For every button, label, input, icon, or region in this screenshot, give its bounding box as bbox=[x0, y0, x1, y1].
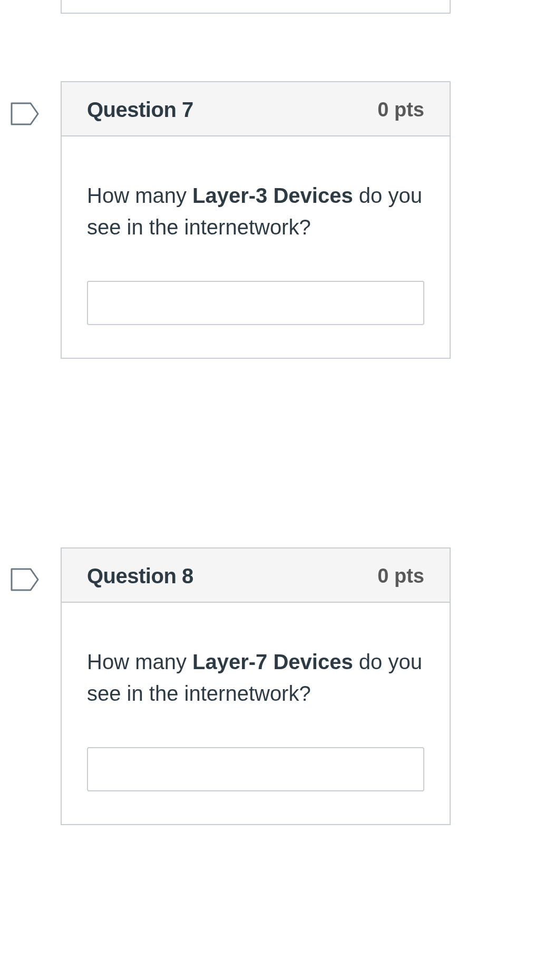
question-7-body: How many Layer-3 Devices do you see in t… bbox=[62, 136, 450, 358]
question-7-points: 0 pts bbox=[377, 99, 424, 121]
bookmark-tag-icon bbox=[11, 102, 39, 125]
question-8-text: How many Layer-7 Devices do you see in t… bbox=[87, 646, 424, 709]
previous-question-fragment bbox=[61, 0, 451, 14]
question-7-text-bold: Layer-3 Devices bbox=[192, 184, 353, 207]
question-7-answer-input[interactable] bbox=[87, 281, 424, 325]
question-7-text-pre: How many bbox=[87, 184, 192, 207]
question-8-card: Question 8 0 pts How many Layer-7 Device… bbox=[61, 547, 451, 825]
question-7-title: Question 7 bbox=[87, 98, 193, 122]
question-7-header: Question 7 0 pts bbox=[62, 82, 450, 136]
question-8-points: 0 pts bbox=[377, 565, 424, 587]
question-7-card: Question 7 0 pts How many Layer-3 Device… bbox=[61, 81, 451, 359]
question-8-text-bold: Layer-7 Devices bbox=[192, 650, 353, 673]
question-8-text-pre: How many bbox=[87, 650, 192, 673]
question-8-answer-input[interactable] bbox=[87, 747, 424, 791]
question-8-body: How many Layer-7 Devices do you see in t… bbox=[62, 603, 450, 824]
question-8-header: Question 8 0 pts bbox=[62, 548, 450, 603]
bookmark-tag-icon bbox=[11, 568, 39, 591]
question-7-text: How many Layer-3 Devices do you see in t… bbox=[87, 180, 424, 243]
question-8-title: Question 8 bbox=[87, 564, 193, 588]
